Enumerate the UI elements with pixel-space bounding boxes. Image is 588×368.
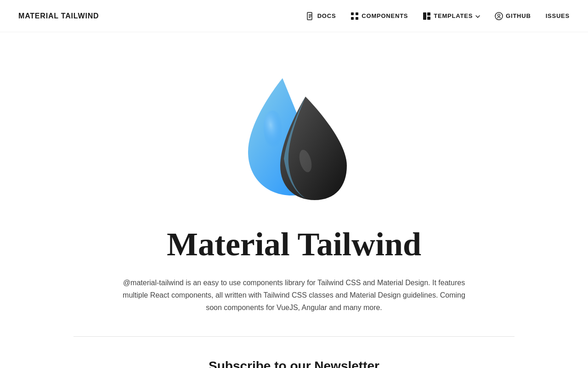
hero-description: @material-tailwind is an easy to use com… bbox=[119, 276, 469, 314]
issues-label: ISSUES bbox=[546, 12, 570, 19]
svg-rect-5 bbox=[356, 12, 358, 15]
svg-rect-7 bbox=[356, 17, 358, 20]
svg-rect-9 bbox=[427, 12, 430, 16]
github-icon bbox=[495, 12, 503, 20]
components-label: COMPONENTS bbox=[362, 12, 408, 19]
grid-icon bbox=[351, 12, 359, 20]
nav-docs[interactable]: DOCS bbox=[306, 12, 336, 20]
brand-logo[interactable]: MATERIAL TAILWIND bbox=[18, 12, 99, 20]
svg-rect-10 bbox=[427, 17, 430, 20]
hero-title: Material Tailwind bbox=[167, 225, 421, 264]
chevron-down-icon bbox=[475, 12, 480, 19]
nav-issues[interactable]: ISSUES bbox=[546, 12, 570, 19]
document-icon bbox=[306, 12, 315, 20]
nav-github[interactable]: GITHUB bbox=[495, 12, 531, 20]
svg-point-12 bbox=[498, 14, 500, 16]
github-label: GITHUB bbox=[506, 12, 531, 19]
svg-rect-4 bbox=[351, 12, 354, 15]
nav-links: DOCS COMPONENTS bbox=[306, 12, 570, 20]
navbar: MATERIAL TAILWIND DOCS bbox=[0, 0, 588, 32]
template-icon bbox=[423, 12, 431, 20]
docs-label: DOCS bbox=[317, 12, 336, 19]
newsletter-title: Subscribe to our Newsletter bbox=[209, 359, 379, 368]
nav-components[interactable]: COMPONENTS bbox=[351, 12, 408, 20]
newsletter-section: Subscribe to our Newsletter bbox=[209, 337, 379, 368]
svg-rect-8 bbox=[423, 12, 426, 20]
nav-templates[interactable]: TEMPLATES bbox=[423, 12, 480, 20]
svg-rect-6 bbox=[351, 17, 354, 20]
hero-logo bbox=[234, 69, 354, 207]
templates-label: TEMPLATES bbox=[434, 12, 473, 19]
hero-section: Material Tailwind @material-tailwind is … bbox=[0, 32, 588, 368]
